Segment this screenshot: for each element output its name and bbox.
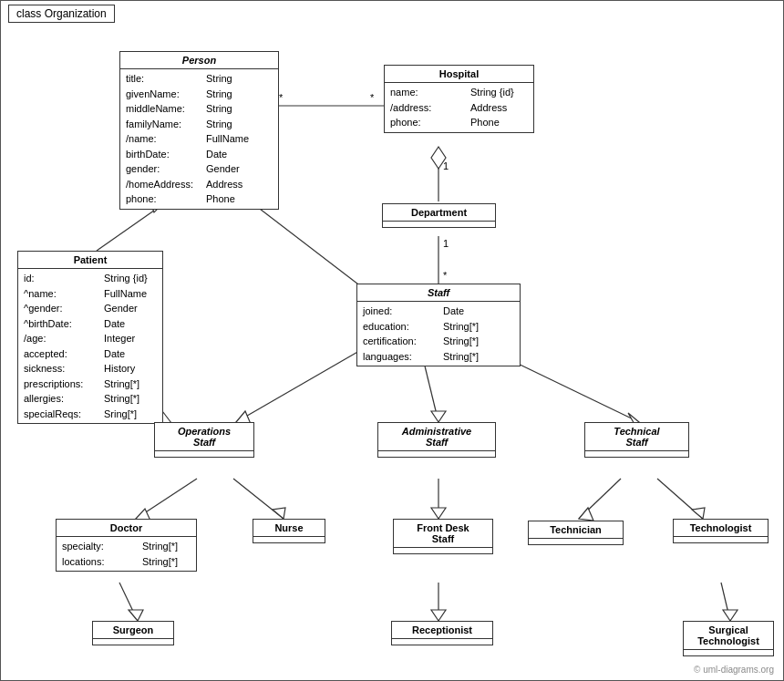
class-patient: Patient id:String {id} ^name:FullName ^g… bbox=[17, 251, 163, 424]
watermark: © uml-diagrams.org bbox=[694, 665, 774, 675]
svg-marker-4 bbox=[431, 147, 446, 169]
class-doctor-header: Doctor bbox=[57, 520, 196, 537]
diagram-title: class Organization bbox=[8, 5, 115, 23]
svg-line-37 bbox=[721, 583, 730, 621]
class-surgical-tech: SurgicalTechnologist bbox=[683, 621, 774, 656]
svg-marker-34 bbox=[129, 610, 143, 621]
svg-marker-32 bbox=[692, 508, 705, 519]
class-technician-body bbox=[529, 539, 623, 544]
class-nurse: Nurse bbox=[253, 519, 325, 543]
svg-text:1: 1 bbox=[443, 160, 449, 171]
class-admin-staff-body bbox=[378, 451, 495, 457]
class-surgical-tech-header: SurgicalTechnologist bbox=[684, 622, 773, 650]
svg-marker-38 bbox=[723, 610, 738, 621]
svg-line-10 bbox=[97, 206, 160, 251]
svg-line-31 bbox=[657, 479, 703, 519]
svg-text:*: * bbox=[279, 92, 284, 103]
class-technician-header: Technician bbox=[529, 521, 623, 539]
class-surgical-tech-body bbox=[684, 650, 773, 655]
class-admin-staff-header: AdministrativeStaff bbox=[378, 423, 495, 451]
diagram-container: class Organization * * 1 * 1 * * * bbox=[0, 0, 784, 681]
class-front-desk: Front DeskStaff bbox=[393, 519, 493, 554]
class-staff: Staff joined:Date education:String[*] ce… bbox=[356, 284, 521, 366]
class-ops-staff-body bbox=[155, 451, 253, 457]
class-technician: Technician bbox=[528, 521, 624, 545]
class-surgeon-header: Surgeon bbox=[93, 622, 173, 639]
class-department-header: Department bbox=[383, 204, 495, 222]
class-staff-body: joined:Date education:String[*] certific… bbox=[357, 302, 520, 366]
class-hospital-body: name:String {id} /address:Address phone:… bbox=[385, 83, 533, 132]
class-tech-staff-body bbox=[585, 451, 688, 457]
class-patient-body: id:String {id} ^name:FullName ^gender:Ge… bbox=[18, 269, 162, 423]
class-staff-header: Staff bbox=[357, 284, 520, 302]
class-patient-header: Patient bbox=[18, 252, 162, 269]
class-receptionist: Receptionist bbox=[391, 621, 493, 645]
svg-line-23 bbox=[136, 479, 197, 519]
svg-text:*: * bbox=[443, 270, 448, 281]
svg-marker-28 bbox=[431, 508, 446, 519]
class-receptionist-header: Receptionist bbox=[392, 622, 492, 639]
class-technologist: Technologist bbox=[673, 519, 769, 543]
class-person-body: title:String givenName:String middleName… bbox=[120, 69, 278, 209]
svg-marker-26 bbox=[273, 508, 285, 519]
svg-line-33 bbox=[119, 583, 138, 621]
class-doctor-body: specialty:String[*] locations:String[*] bbox=[57, 537, 196, 571]
class-tech-staff: TechnicalStaff bbox=[584, 422, 689, 458]
class-department-body bbox=[383, 222, 495, 227]
class-surgeon: Surgeon bbox=[92, 621, 174, 645]
class-surgeon-body bbox=[93, 639, 173, 645]
class-front-desk-body bbox=[394, 548, 492, 553]
class-department: Department bbox=[382, 203, 496, 228]
svg-marker-20 bbox=[431, 411, 446, 422]
class-receptionist-body bbox=[392, 639, 492, 645]
class-technologist-body bbox=[674, 537, 768, 542]
svg-line-17 bbox=[236, 347, 366, 422]
class-ops-staff: OperationsStaff bbox=[154, 422, 254, 458]
svg-marker-30 bbox=[579, 508, 593, 521]
class-ops-staff-header: OperationsStaff bbox=[155, 423, 253, 451]
class-hospital: Hospital name:String {id} /address:Addre… bbox=[384, 65, 534, 133]
svg-line-25 bbox=[233, 479, 284, 519]
class-front-desk-header: Front DeskStaff bbox=[394, 520, 492, 548]
svg-line-29 bbox=[579, 479, 621, 519]
svg-text:1: 1 bbox=[443, 238, 449, 249]
svg-text:*: * bbox=[370, 92, 375, 103]
class-nurse-header: Nurse bbox=[253, 520, 325, 537]
class-nurse-body bbox=[253, 537, 325, 542]
class-admin-staff: AdministrativeStaff bbox=[377, 422, 496, 458]
class-hospital-header: Hospital bbox=[385, 66, 533, 83]
svg-marker-36 bbox=[431, 610, 446, 621]
class-tech-staff-header: TechnicalStaff bbox=[585, 423, 688, 451]
class-person-header: Person bbox=[120, 52, 278, 69]
class-technologist-header: Technologist bbox=[674, 520, 768, 537]
class-doctor: Doctor specialty:String[*] locations:Str… bbox=[56, 519, 197, 572]
class-person: Person title:String givenName:String mid… bbox=[119, 51, 279, 210]
